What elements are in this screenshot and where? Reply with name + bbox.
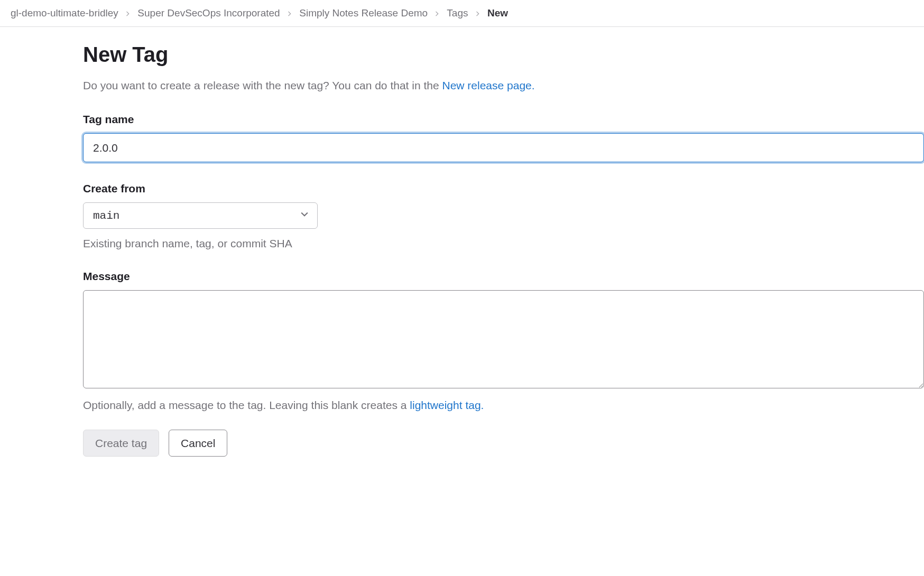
breadcrumb-item-2[interactable]: Simply Notes Release Demo: [299, 7, 428, 18]
breadcrumb-current: New: [487, 7, 508, 18]
main-content: New Tag Do you want to create a release …: [0, 27, 924, 457]
message-group: Message Optionally, add a message to the…: [83, 270, 924, 412]
lightweight-tag-link[interactable]: lightweight tag.: [410, 399, 484, 411]
chevron-right-icon: [475, 10, 481, 18]
create-from-help: Existing branch name, tag, or commit SHA: [83, 237, 924, 250]
create-from-select[interactable]: main: [83, 202, 318, 229]
page-title: New Tag: [83, 43, 924, 67]
create-tag-button[interactable]: Create tag: [83, 430, 159, 457]
branch-select-wrapper: main: [83, 202, 318, 229]
message-help-text: Optionally, add a message to the tag. Le…: [83, 399, 410, 411]
breadcrumb-item-1[interactable]: Super DevSecOps Incorporated: [137, 7, 280, 18]
message-label: Message: [83, 270, 924, 283]
tag-name-group: Tag name: [83, 113, 924, 162]
message-textarea[interactable]: [83, 290, 924, 388]
cancel-button[interactable]: Cancel: [169, 430, 227, 457]
chevron-right-icon: [125, 10, 131, 18]
breadcrumb: gl-demo-ultimate-bridley Super DevSecOps…: [0, 0, 924, 27]
chevron-right-icon: [435, 10, 440, 18]
new-release-link[interactable]: New release page.: [442, 79, 534, 91]
create-from-group: Create from main Existing branch name, t…: [83, 182, 924, 250]
tag-name-input[interactable]: [83, 133, 924, 162]
breadcrumb-item-3[interactable]: Tags: [447, 7, 468, 18]
chevron-right-icon: [287, 10, 292, 18]
message-help: Optionally, add a message to the tag. Le…: [83, 399, 924, 412]
intro-text: Do you want to create a release with the…: [83, 79, 924, 92]
breadcrumb-item-0[interactable]: gl-demo-ultimate-bridley: [11, 7, 118, 18]
intro-text-content: Do you want to create a release with the…: [83, 79, 442, 91]
button-row: Create tag Cancel: [83, 430, 924, 457]
create-from-label: Create from: [83, 182, 924, 195]
tag-name-label: Tag name: [83, 113, 924, 126]
